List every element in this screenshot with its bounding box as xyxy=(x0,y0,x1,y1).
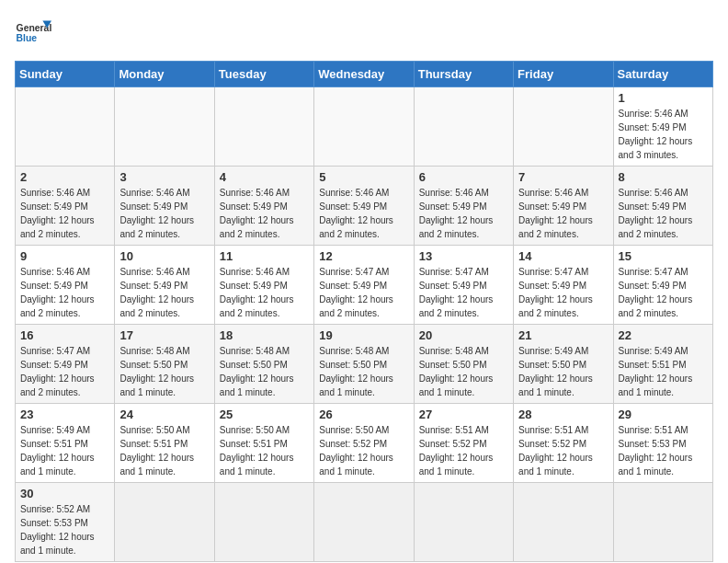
calendar-cell xyxy=(115,87,214,167)
calendar-cell xyxy=(314,483,414,562)
day-number: 23 xyxy=(20,408,109,421)
day-number: 8 xyxy=(619,170,708,184)
day-number: 12 xyxy=(319,249,408,263)
day-number: 25 xyxy=(220,408,309,421)
day-number: 13 xyxy=(419,249,508,263)
weekday-header-row: SundayMondayTuesdayWednesdayThursdayFrid… xyxy=(16,62,713,87)
week-row-6: 30Sunrise: 5:52 AM Sunset: 5:53 PM Dayli… xyxy=(16,483,713,562)
day-info: Sunrise: 5:47 AM Sunset: 5:49 PM Dayligh… xyxy=(419,265,508,320)
calendar-cell: 7Sunrise: 5:46 AM Sunset: 5:49 PM Daylig… xyxy=(514,167,613,246)
day-number: 19 xyxy=(319,328,408,342)
week-row-5: 23Sunrise: 5:49 AM Sunset: 5:51 PM Dayli… xyxy=(16,404,713,483)
day-number: 1 xyxy=(619,91,708,105)
day-number: 17 xyxy=(119,328,209,342)
day-number: 3 xyxy=(119,170,209,184)
weekday-header-thursday: Thursday xyxy=(414,62,513,87)
day-info: Sunrise: 5:46 AM Sunset: 5:49 PM Dayligh… xyxy=(319,186,408,241)
calendar-cell: 13Sunrise: 5:47 AM Sunset: 5:49 PM Dayli… xyxy=(414,246,513,325)
day-number: 21 xyxy=(518,328,608,342)
day-number: 14 xyxy=(518,249,608,263)
calendar-cell: 6Sunrise: 5:46 AM Sunset: 5:49 PM Daylig… xyxy=(414,167,513,246)
calendar-cell xyxy=(214,87,313,167)
calendar-cell: 2Sunrise: 5:46 AM Sunset: 5:49 PM Daylig… xyxy=(16,167,115,246)
weekday-header-saturday: Saturday xyxy=(613,62,712,87)
weekday-header-wednesday: Wednesday xyxy=(314,62,414,87)
calendar-cell: 1Sunrise: 5:46 AM Sunset: 5:49 PM Daylig… xyxy=(613,87,712,167)
day-info: Sunrise: 5:48 AM Sunset: 5:50 PM Dayligh… xyxy=(319,344,408,399)
calendar-cell: 11Sunrise: 5:46 AM Sunset: 5:49 PM Dayli… xyxy=(214,246,313,325)
day-number: 7 xyxy=(518,170,608,184)
calendar-cell xyxy=(514,483,613,562)
calendar-cell: 25Sunrise: 5:50 AM Sunset: 5:51 PM Dayli… xyxy=(214,404,313,483)
day-number: 11 xyxy=(220,249,309,263)
calendar-cell: 4Sunrise: 5:46 AM Sunset: 5:49 PM Daylig… xyxy=(214,167,313,246)
logo: General Blue xyxy=(15,15,51,52)
day-number: 20 xyxy=(419,328,508,342)
day-info: Sunrise: 5:51 AM Sunset: 5:52 PM Dayligh… xyxy=(518,423,608,478)
calendar-cell: 29Sunrise: 5:51 AM Sunset: 5:53 PM Dayli… xyxy=(613,404,712,483)
calendar-cell: 22Sunrise: 5:49 AM Sunset: 5:51 PM Dayli… xyxy=(613,325,712,404)
calendar-cell: 10Sunrise: 5:46 AM Sunset: 5:49 PM Dayli… xyxy=(115,246,214,325)
calendar-cell xyxy=(613,483,712,562)
day-number: 9 xyxy=(20,249,109,263)
day-number: 5 xyxy=(319,170,408,184)
day-info: Sunrise: 5:51 AM Sunset: 5:52 PM Dayligh… xyxy=(419,423,508,478)
calendar-cell: 18Sunrise: 5:48 AM Sunset: 5:50 PM Dayli… xyxy=(214,325,313,404)
calendar-cell: 8Sunrise: 5:46 AM Sunset: 5:49 PM Daylig… xyxy=(613,167,712,246)
calendar-cell: 14Sunrise: 5:47 AM Sunset: 5:49 PM Dayli… xyxy=(514,246,613,325)
day-info: Sunrise: 5:46 AM Sunset: 5:49 PM Dayligh… xyxy=(619,107,708,162)
day-info: Sunrise: 5:49 AM Sunset: 5:51 PM Dayligh… xyxy=(619,344,708,399)
calendar-cell xyxy=(16,87,115,167)
day-info: Sunrise: 5:46 AM Sunset: 5:49 PM Dayligh… xyxy=(20,186,109,241)
calendar-cell: 20Sunrise: 5:48 AM Sunset: 5:50 PM Dayli… xyxy=(414,325,513,404)
day-info: Sunrise: 5:46 AM Sunset: 5:49 PM Dayligh… xyxy=(20,265,109,320)
calendar-cell: 17Sunrise: 5:48 AM Sunset: 5:50 PM Dayli… xyxy=(115,325,214,404)
day-number: 10 xyxy=(119,249,209,263)
calendar-cell: 27Sunrise: 5:51 AM Sunset: 5:52 PM Dayli… xyxy=(414,404,513,483)
day-info: Sunrise: 5:49 AM Sunset: 5:50 PM Dayligh… xyxy=(518,344,608,399)
day-number: 18 xyxy=(220,328,309,342)
calendar-cell: 21Sunrise: 5:49 AM Sunset: 5:50 PM Dayli… xyxy=(514,325,613,404)
week-row-3: 9Sunrise: 5:46 AM Sunset: 5:49 PM Daylig… xyxy=(16,246,713,325)
day-info: Sunrise: 5:46 AM Sunset: 5:49 PM Dayligh… xyxy=(220,265,309,320)
day-info: Sunrise: 5:46 AM Sunset: 5:49 PM Dayligh… xyxy=(619,186,708,241)
day-number: 22 xyxy=(619,328,708,342)
calendar-cell: 9Sunrise: 5:46 AM Sunset: 5:49 PM Daylig… xyxy=(16,246,115,325)
day-info: Sunrise: 5:50 AM Sunset: 5:51 PM Dayligh… xyxy=(119,423,209,478)
calendar-cell: 23Sunrise: 5:49 AM Sunset: 5:51 PM Dayli… xyxy=(16,404,115,483)
day-info: Sunrise: 5:46 AM Sunset: 5:49 PM Dayligh… xyxy=(119,265,209,320)
day-number: 2 xyxy=(20,170,109,184)
day-info: Sunrise: 5:48 AM Sunset: 5:50 PM Dayligh… xyxy=(119,344,209,399)
calendar-cell: 16Sunrise: 5:47 AM Sunset: 5:49 PM Dayli… xyxy=(16,325,115,404)
general-blue-icon: General Blue xyxy=(15,15,51,52)
day-info: Sunrise: 5:47 AM Sunset: 5:49 PM Dayligh… xyxy=(518,265,608,320)
day-info: Sunrise: 5:48 AM Sunset: 5:50 PM Dayligh… xyxy=(220,344,309,399)
day-info: Sunrise: 5:47 AM Sunset: 5:49 PM Dayligh… xyxy=(20,344,109,399)
day-info: Sunrise: 5:50 AM Sunset: 5:52 PM Dayligh… xyxy=(319,423,408,478)
day-info: Sunrise: 5:46 AM Sunset: 5:49 PM Dayligh… xyxy=(419,186,508,241)
weekday-header-sunday: Sunday xyxy=(16,62,115,87)
day-number: 28 xyxy=(518,408,608,421)
day-number: 4 xyxy=(220,170,309,184)
day-number: 29 xyxy=(619,408,708,421)
day-info: Sunrise: 5:49 AM Sunset: 5:51 PM Dayligh… xyxy=(20,423,109,478)
calendar: SundayMondayTuesdayWednesdayThursdayFrid… xyxy=(15,61,713,562)
day-info: Sunrise: 5:47 AM Sunset: 5:49 PM Dayligh… xyxy=(619,265,708,320)
calendar-cell: 26Sunrise: 5:50 AM Sunset: 5:52 PM Dayli… xyxy=(314,404,414,483)
day-info: Sunrise: 5:50 AM Sunset: 5:51 PM Dayligh… xyxy=(220,423,309,478)
header: General Blue xyxy=(15,15,713,52)
day-info: Sunrise: 5:51 AM Sunset: 5:53 PM Dayligh… xyxy=(619,423,708,478)
calendar-cell: 30Sunrise: 5:52 AM Sunset: 5:53 PM Dayli… xyxy=(16,483,115,562)
svg-text:Blue: Blue xyxy=(17,33,38,43)
calendar-cell xyxy=(414,87,513,167)
calendar-cell xyxy=(414,483,513,562)
day-info: Sunrise: 5:47 AM Sunset: 5:49 PM Dayligh… xyxy=(319,265,408,320)
day-number: 15 xyxy=(619,249,708,263)
calendar-cell: 3Sunrise: 5:46 AM Sunset: 5:49 PM Daylig… xyxy=(115,167,214,246)
day-info: Sunrise: 5:46 AM Sunset: 5:49 PM Dayligh… xyxy=(220,186,309,241)
calendar-cell: 5Sunrise: 5:46 AM Sunset: 5:49 PM Daylig… xyxy=(314,167,414,246)
calendar-cell xyxy=(314,87,414,167)
calendar-cell: 28Sunrise: 5:51 AM Sunset: 5:52 PM Dayli… xyxy=(514,404,613,483)
day-number: 24 xyxy=(119,408,209,421)
day-info: Sunrise: 5:46 AM Sunset: 5:49 PM Dayligh… xyxy=(518,186,608,241)
